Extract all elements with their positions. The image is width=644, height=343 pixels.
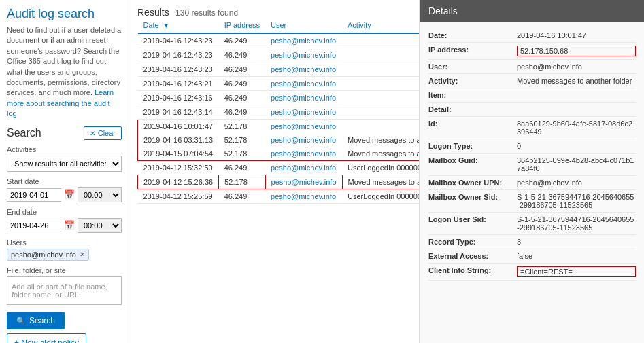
user-link[interactable]: pesho@michev.info — [271, 136, 336, 144]
user-link[interactable]: pesho@michev.info — [271, 192, 336, 200]
cell-user[interactable]: pesho@michev.info — [265, 120, 342, 134]
end-date-calendar-icon[interactable]: 📅 — [64, 220, 75, 230]
left-panel: Audit log search Need to find out if a u… — [0, 0, 129, 343]
detail-row: Mailbox Guid:364b2125-099e-4b28-abc4-c07… — [428, 154, 636, 176]
results-header: Results 130 results found — [137, 7, 411, 18]
search-title: Search — [7, 127, 41, 139]
cell-user[interactable]: pesho@michev.info — [265, 48, 342, 62]
start-date-calendar-icon[interactable]: 📅 — [64, 189, 75, 200]
cell-activity: UserLoggedIn 00000003-0000-0000-c000-0..… — [342, 189, 420, 204]
details-header: Details — [420, 0, 644, 22]
cell-user[interactable]: pesho@michev.info — [265, 175, 342, 189]
user-link[interactable]: pesho@michev.info — [271, 37, 336, 45]
detail-label: User: — [428, 62, 517, 71]
cell-user[interactable]: pesho@michev.info — [265, 62, 342, 77]
detail-row: Detail: — [428, 103, 636, 117]
user-link[interactable]: pesho@michev.info — [271, 79, 336, 88]
cell-activity — [342, 105, 420, 120]
detail-label: Mailbox Guid: — [428, 156, 517, 164]
table-row[interactable]: 2019-04-16 12:43:2346.249pesho@michev.in… — [138, 62, 420, 77]
detail-value: S-1-5-21-3675944716-2045640655-299186705… — [517, 215, 636, 232]
cell-activity: Moved messages to another ... — [342, 147, 420, 161]
cell-ip: 52.178 — [219, 147, 265, 161]
detail-row: Mailbox Owner UPN:pesho@michev.info — [428, 176, 636, 190]
table-row[interactable]: 2019-04-12 15:25:5946.249pesho@michev.in… — [138, 189, 420, 204]
activities-select[interactable]: Show results for all activities — [7, 156, 122, 172]
detail-row: Activity:Moved messages to another folde… — [428, 74, 636, 88]
detail-row: Id:8aa60129-9b60-4afe-5817-08d6c2396449 — [428, 117, 636, 139]
col-user[interactable]: User — [265, 18, 342, 33]
table-row[interactable]: 2019-04-16 12:43:1446.249pesho@michev.in… — [138, 105, 420, 120]
cell-user[interactable]: pesho@michev.info — [265, 133, 342, 147]
cell-user[interactable]: pesho@michev.info — [265, 91, 342, 105]
cell-ip: 52.178 — [219, 133, 265, 147]
cell-date: 2019-04-15 07:04:54 — [138, 147, 219, 161]
detail-value: pesho@michev.info — [517, 62, 636, 71]
table-row[interactable]: 2019-04-16 12:43:1646.249pesho@michev.in… — [138, 91, 420, 105]
col-date[interactable]: Date ▼ — [138, 18, 219, 33]
page-description: Need to find out if a user deleted a doc… — [7, 25, 122, 120]
user-link[interactable]: pesho@michev.info — [271, 51, 336, 59]
file-input[interactable]: Add all or part of a file name, folder n… — [7, 276, 122, 305]
start-date-label: Start date — [7, 177, 122, 185]
table-row[interactable]: 2019-04-16 12:43:2346.249pesho@michev.in… — [138, 33, 420, 48]
new-alert-policy-button[interactable]: + New alert policy — [7, 333, 86, 343]
cell-user[interactable]: pesho@michev.info — [265, 33, 342, 48]
cell-date: 2019-04-16 12:43:16 — [138, 91, 219, 105]
clear-button[interactable]: Clear — [84, 126, 122, 140]
cell-date: 2019-04-12 15:32:50 — [138, 161, 219, 175]
table-row[interactable]: 2019-04-16 03:31:1352.178pesho@michev.in… — [138, 133, 420, 147]
detail-row: IP address:52.178.150.68 — [428, 43, 636, 60]
users-tag[interactable]: pesho@michev.info ✕ — [7, 249, 89, 261]
table-row[interactable]: 2019-04-16 12:43:2346.249pesho@michev.in… — [138, 48, 420, 62]
user-link[interactable]: pesho@michev.info — [271, 65, 336, 73]
table-header-row: Date ▼ IP address User Activity — [138, 18, 420, 33]
detail-value: Moved messages to another folder — [517, 77, 636, 85]
detail-value: =Client=REST= — [517, 266, 636, 277]
table-row[interactable]: 2019-04-12 15:26:3652.178pesho@michev.in… — [138, 175, 420, 189]
cell-ip: 46.249 — [219, 62, 265, 77]
user-link[interactable]: pesho@michev.info — [271, 122, 336, 130]
cell-user[interactable]: pesho@michev.info — [265, 105, 342, 120]
users-tag-value: pesho@michev.info — [11, 251, 76, 259]
results-table: Date ▼ IP address User Activity 2019-04-… — [137, 18, 420, 204]
table-row[interactable]: 2019-04-12 15:32:5046.249pesho@michev.in… — [138, 161, 420, 175]
col-activity[interactable]: Activity — [342, 18, 420, 33]
cell-user[interactable]: pesho@michev.info — [265, 161, 342, 175]
cell-user[interactable]: pesho@michev.info — [265, 77, 342, 91]
cell-user[interactable]: pesho@michev.info — [265, 147, 342, 161]
clear-icon — [90, 129, 95, 137]
cell-ip: 46.249 — [219, 33, 265, 48]
cell-ip: 46.249 — [219, 161, 265, 175]
users-tag-remove[interactable]: ✕ — [80, 251, 85, 258]
user-link[interactable]: pesho@michev.info — [271, 149, 336, 158]
results-count: 130 results found — [175, 8, 238, 18]
cell-date: 2019-04-16 12:43:23 — [138, 33, 219, 48]
end-date-input[interactable] — [7, 219, 61, 232]
detail-row: Mailbox Owner Sid:S-1-5-21-3675944716-20… — [428, 190, 636, 213]
detail-label: Logon User Sid: — [428, 215, 517, 223]
table-row[interactable]: 2019-04-16 10:01:4752.178pesho@michev.in… — [138, 120, 420, 134]
detail-value: S-1-5-21-3675944716-2045640655-299186705… — [517, 193, 636, 209]
end-time-select[interactable]: 00:00 — [78, 218, 122, 233]
cell-ip: 46.249 — [219, 48, 265, 62]
detail-label: Logon Type: — [428, 142, 517, 150]
cell-user[interactable]: pesho@michev.info — [265, 189, 342, 204]
cell-activity — [342, 48, 420, 62]
user-link[interactable]: pesho@michev.info — [271, 108, 336, 116]
user-link[interactable]: pesho@michev.info — [271, 94, 336, 102]
col-ip[interactable]: IP address — [219, 18, 265, 33]
search-button[interactable]: Search — [7, 312, 65, 329]
cell-activity: Moved messages to another ... — [342, 133, 420, 147]
user-link[interactable]: pesho@michev.info — [271, 164, 336, 172]
table-row[interactable]: 2019-04-16 12:43:2146.249pesho@michev.in… — [138, 77, 420, 91]
page-title: Audit log search — [7, 7, 122, 21]
start-time-select[interactable]: 00:00 — [78, 187, 122, 202]
users-section: Users pesho@michev.info ✕ — [7, 238, 122, 261]
start-date-input[interactable] — [7, 188, 61, 202]
detail-value: 364b2125-099e-4b28-abc4-c071b17a84f0 — [517, 156, 636, 173]
cell-date: 2019-04-16 10:01:47 — [138, 120, 219, 134]
table-row[interactable]: 2019-04-15 07:04:5452.178pesho@michev.in… — [138, 147, 420, 161]
file-placeholder: Add all or part of a file name, folder n… — [12, 283, 117, 299]
user-link[interactable]: pesho@michev.info — [271, 178, 337, 186]
